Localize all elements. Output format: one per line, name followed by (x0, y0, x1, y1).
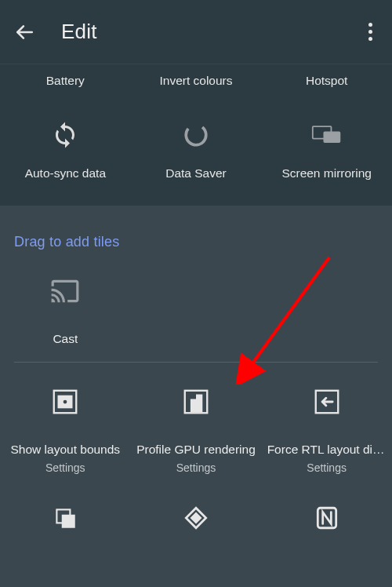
available-row-1: Cast (0, 252, 392, 362)
layout-bounds-icon (49, 386, 81, 417)
svg-rect-13 (62, 515, 75, 528)
tile-sublabel: Settings (45, 461, 85, 474)
overflow-menu-icon[interactable] (362, 23, 378, 41)
tile-label-hotspot: Hotspot (261, 74, 392, 88)
current-tiles-section: Battery Invert colours Hotspot Auto-sync… (0, 64, 392, 206)
svg-rect-10 (197, 396, 201, 411)
cast-icon (49, 275, 81, 307)
tile-show-layout-bounds[interactable]: Show layout bounds Settings (0, 363, 131, 490)
tile-cast[interactable]: Cast (0, 252, 131, 362)
tile-screen-mirroring[interactable]: Screen mirroring (261, 105, 392, 199)
tile-label: Screen mirroring (281, 166, 372, 180)
data-saver-icon (180, 119, 212, 151)
tile-nfc[interactable] (261, 498, 392, 559)
back-icon[interactable] (14, 22, 34, 42)
tile-row: Auto-sync data Data Saver Screen mirrori… (0, 105, 392, 199)
tile-windows[interactable] (0, 498, 131, 559)
force-rtl-icon (311, 386, 343, 417)
page-title: Edit (61, 20, 362, 44)
tile-label: Data Saver (165, 166, 227, 180)
tile-row-labels: Battery Invert colours Hotspot (0, 64, 392, 105)
svg-rect-4 (324, 132, 339, 142)
sync-icon (49, 119, 81, 151)
tile-diamond[interactable] (131, 498, 262, 559)
tile-label-invert: Invert colours (131, 74, 262, 88)
tile-sublabel: Settings (307, 461, 347, 474)
svg-rect-9 (191, 400, 196, 411)
svg-point-1 (183, 122, 209, 148)
tile-label: Force RTL layout dir… (267, 443, 387, 457)
windows-icon (49, 502, 81, 534)
tile-label: Cast (53, 332, 78, 346)
screen-mirroring-icon (311, 119, 343, 151)
profile-gpu-icon (180, 386, 212, 417)
tile-label: Show layout bounds (11, 443, 121, 457)
nfc-icon (311, 502, 343, 534)
tile-profile-gpu[interactable]: Profile GPU rendering Settings (131, 363, 262, 490)
tile-label-battery: Battery (0, 74, 131, 88)
app-header: Edit (0, 0, 392, 64)
tile-label: Auto-sync data (25, 166, 106, 180)
svg-rect-15 (191, 513, 200, 522)
diamond-icon (180, 502, 212, 534)
drag-to-add-title: Drag to add tiles (0, 228, 392, 252)
tile-sublabel: Settings (176, 461, 216, 474)
tile-force-rtl[interactable]: Force RTL layout dir… Settings (261, 363, 392, 490)
available-row-2: Show layout bounds Settings Profile GPU … (0, 363, 392, 490)
available-row-3 (0, 498, 392, 559)
svg-point-7 (63, 399, 68, 404)
tile-auto-sync[interactable]: Auto-sync data (0, 105, 131, 199)
tile-label: Profile GPU rendering (136, 443, 256, 457)
tile-data-saver[interactable]: Data Saver (131, 105, 262, 199)
available-tiles-section: Drag to add tiles Cast Show layout bound… (0, 206, 392, 587)
